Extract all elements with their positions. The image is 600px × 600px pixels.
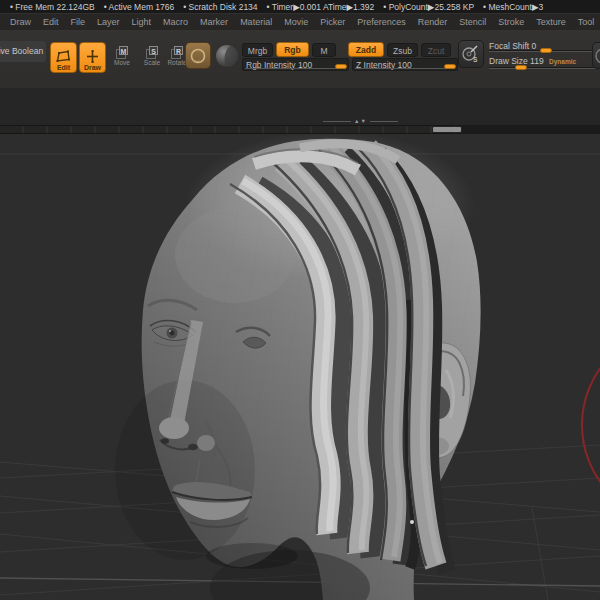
rgb-button[interactable]: Rgb <box>276 42 309 57</box>
mrgb-button[interactable]: Mrgb <box>242 43 273 57</box>
menu-item-render[interactable]: Render <box>412 15 454 29</box>
tray-collapse-control[interactable]: ▲▼ <box>323 117 405 125</box>
edit-button-label: Edit <box>57 64 70 71</box>
ring-icon <box>595 46 600 66</box>
document-area: ▲▼ <box>0 88 600 600</box>
edit-mode-button[interactable]: Edit <box>50 42 77 73</box>
rotate-icon: R <box>171 46 183 58</box>
menu-item-layer[interactable]: Layer <box>91 15 126 29</box>
tray-segments <box>0 125 462 134</box>
menu-item-draw[interactable]: Draw <box>4 15 37 29</box>
menu-item-tool[interactable]: Tool <box>572 15 600 29</box>
menu-item-picker[interactable]: Picker <box>314 15 351 29</box>
status-scratch-disk: • Scratch Disk 2134 <box>183 2 257 12</box>
menu-item-edit[interactable]: Edit <box>37 15 65 29</box>
collapse-arrows-icon: ▲▼ <box>354 117 367 125</box>
menu-item-file[interactable]: File <box>65 15 92 29</box>
status-polycount: • PolyCount▶25.258 KP <box>383 2 474 12</box>
menu-item-marker[interactable]: Marker <box>194 15 234 29</box>
divider-line-left <box>323 121 351 122</box>
rgb-intensity-slider[interactable]: Rgb Intensity 100 <box>242 58 349 71</box>
status-meshcount: • MeshCount▶3 <box>483 2 543 12</box>
menu-item-macro[interactable]: Macro <box>157 15 194 29</box>
freehand-stroke-icon <box>189 47 207 65</box>
status-active-mem: • Active Mem 1766 <box>104 2 175 12</box>
sculptris-pro-button[interactable]: S <box>458 40 484 68</box>
menu-item-stencil[interactable]: Stencil <box>453 15 492 29</box>
rotate-button-label: Rotate <box>167 59 186 66</box>
menu-item-texture[interactable]: Texture <box>530 15 572 29</box>
move-button-label: Move <box>114 59 130 66</box>
tray-scroll-thumb[interactable] <box>433 127 461 132</box>
draw-size-track[interactable] <box>489 67 596 69</box>
scale-button-label: Scale <box>144 59 160 66</box>
z-intensity-label: Z Intensity 100 <box>356 60 412 70</box>
move-icon: M <box>116 46 128 58</box>
dynamic-mode-label[interactable]: Dynamic <box>549 58 576 65</box>
scale-icon: S <box>146 46 158 58</box>
material-picker-button[interactable] <box>214 42 240 69</box>
edge-partial-button[interactable] <box>592 42 600 69</box>
zbrush-window: • Free Mem 22.124GB • Active Mem 1766 • … <box>0 0 600 600</box>
zadd-button[interactable]: Zadd <box>348 42 384 57</box>
scale-mode-button[interactable]: S Scale <box>139 46 165 66</box>
timeline-tray-bar[interactable] <box>0 125 600 134</box>
draw-pointer-icon <box>85 50 100 63</box>
m-button[interactable]: M <box>312 43 336 57</box>
sculptris-pro-icon: S <box>461 44 481 64</box>
draw-size-handle[interactable] <box>515 65 527 70</box>
draw-mode-button[interactable]: Draw <box>79 42 106 73</box>
menu-bar: Draw Edit File Layer Light Macro Marker … <box>0 13 600 30</box>
rgb-intensity-handle[interactable] <box>335 64 347 69</box>
live-boolean-button[interactable]: Live Boolean <box>0 41 46 62</box>
z-intensity-handle[interactable] <box>444 64 456 69</box>
menu-item-stroke[interactable]: Stroke <box>492 15 530 29</box>
rgb-intensity-label: Rgb Intensity 100 <box>246 60 312 70</box>
draw-button-label: Draw <box>84 64 101 71</box>
edit-gyro-icon <box>56 50 71 63</box>
top-shelf-toolbar: Live Boolean Edit Draw M Move <box>0 30 600 88</box>
zcut-button[interactable]: Zcut <box>421 43 451 57</box>
divider-line-right <box>370 121 398 122</box>
focal-shift-handle[interactable] <box>540 48 552 53</box>
z-intensity-slider[interactable]: Z Intensity 100 <box>352 58 458 71</box>
move-mode-button[interactable]: M Move <box>109 46 135 66</box>
status-free-mem: • Free Mem 22.124GB <box>10 2 95 12</box>
zsub-button[interactable]: Zsub <box>387 43 418 57</box>
stroke-type-button[interactable] <box>185 42 211 69</box>
menu-item-preferences[interactable]: Preferences <box>351 15 412 29</box>
move-badge: M <box>119 46 128 55</box>
status-bar: • Free Mem 22.124GB • Active Mem 1766 • … <box>0 0 600 13</box>
menu-item-material[interactable]: Material <box>234 15 278 29</box>
strip-vertex-dot <box>410 520 414 524</box>
rotate-badge: R <box>174 46 183 55</box>
status-timer: • Timer▶0.001 ATime▶1.392 <box>267 2 375 12</box>
menu-item-light[interactable]: Light <box>126 15 158 29</box>
menu-item-movie[interactable]: Movie <box>278 15 314 29</box>
scale-badge: S <box>149 46 158 55</box>
live-boolean-label: Live Boolean <box>0 41 43 62</box>
matcap-sphere-icon <box>216 45 238 67</box>
svg-text:S: S <box>473 56 478 63</box>
viewport-canvas[interactable] <box>0 134 600 600</box>
